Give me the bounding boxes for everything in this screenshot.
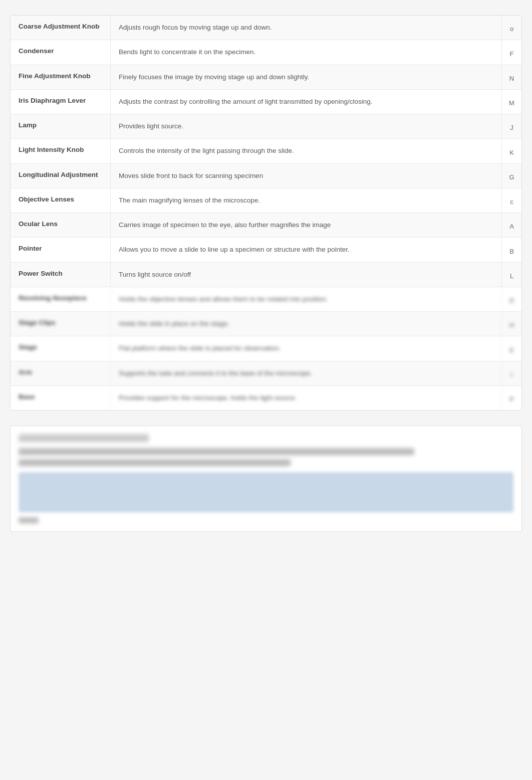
part-code: F — [501, 40, 521, 64]
table-row: BaseProvides support for the microscope,… — [11, 386, 521, 410]
part-code: c — [501, 188, 521, 213]
table-row: StageFlat platform where the slide is pl… — [11, 336, 521, 361]
table-row: Ocular LensCarries image of specimen to … — [11, 213, 521, 238]
part-description: Holds the slide in place on the stage. — [111, 312, 501, 336]
part-name: Longitudinal Adjustment — [11, 164, 111, 188]
part-description: Adjusts rough focus by moving stage up a… — [111, 16, 501, 40]
table-row: Stage ClipsHolds the slide in place on t… — [11, 312, 521, 336]
part-description: Flat platform where the slide is placed … — [111, 336, 501, 360]
part-code: A — [501, 213, 521, 237]
table-row: Coarse Adjustment KnobAdjusts rough focu… — [11, 16, 521, 40]
part-description: Holds the objective lenses and allows th… — [111, 287, 501, 311]
question-desc — [19, 448, 414, 455]
part-description: Provides light source. — [111, 114, 501, 138]
part-description: Finely focuses the image by moving stage… — [111, 65, 501, 89]
question-sub — [19, 459, 291, 466]
part-description: Controls the intensity of the light pass… — [111, 139, 501, 163]
question-section — [10, 426, 522, 532]
part-name: Lamp — [11, 114, 111, 138]
part-name: Iris Diaphragm Lever — [11, 90, 111, 114]
table-row: Objective LensesThe main magnifying lens… — [11, 188, 521, 213]
part-description: Carries image of specimen to the eye, al… — [111, 213, 501, 237]
part-name: Base — [11, 386, 111, 410]
part-name: Revolving Nosepiece — [11, 287, 111, 311]
table-row: CondenserBends light to concentrate it o… — [11, 40, 521, 65]
question-title — [19, 434, 149, 442]
table-row: Light Intensity KnobControls the intensi… — [11, 139, 521, 163]
microscope-image — [19, 472, 513, 512]
question-footer — [19, 517, 39, 523]
part-name: Stage — [11, 336, 111, 360]
table-row: Fine Adjustment KnobFinely focuses the i… — [11, 65, 521, 90]
part-description: Allows you to move a slide to line up a … — [111, 238, 501, 262]
part-description: Turns light source on/off — [111, 263, 501, 287]
table-row: LampProvides light source.J — [11, 114, 521, 139]
part-description: Moves slide front to back for scanning s… — [111, 164, 501, 188]
part-description: Adjusts the contrast by controlling the … — [111, 90, 501, 114]
part-name: Ocular Lens — [11, 213, 111, 237]
part-name: Power Switch — [11, 263, 111, 287]
table-row: Iris Diaphragm LeverAdjusts the contrast… — [11, 90, 521, 114]
part-code: J — [501, 114, 521, 138]
part-code: I — [501, 361, 521, 385]
part-name: Objective Lenses — [11, 188, 111, 213]
part-name: Stage Clips — [11, 312, 111, 336]
part-name: Fine Adjustment Knob — [11, 65, 111, 89]
part-code: B — [501, 238, 521, 262]
part-name: Coarse Adjustment Knob — [11, 16, 111, 40]
part-description: Supports the tube and connects it to the… — [111, 361, 501, 385]
part-name: Light Intensity Knob — [11, 139, 111, 163]
part-code: o — [501, 16, 521, 40]
part-code: N — [501, 65, 521, 89]
part-code: D — [501, 287, 521, 311]
table-row: Longitudinal AdjustmentMoves slide front… — [11, 164, 521, 188]
table-row: PointerAllows you to move a slide to lin… — [11, 238, 521, 262]
part-code: G — [501, 164, 521, 188]
part-description: Bends light to concentrate it on the spe… — [111, 40, 501, 64]
part-code: H — [501, 312, 521, 336]
part-code: M — [501, 90, 521, 114]
table-row: Power SwitchTurns light source on/offL — [11, 263, 521, 287]
part-name: Pointer — [11, 238, 111, 262]
part-name: Condenser — [11, 40, 111, 64]
part-code: K — [501, 139, 521, 163]
part-code: E — [501, 336, 521, 360]
table-row: ArmSupports the tube and connects it to … — [11, 361, 521, 386]
microscope-parts-table: Coarse Adjustment KnobAdjusts rough focu… — [10, 15, 522, 411]
part-name: Arm — [11, 361, 111, 385]
part-code: L — [501, 263, 521, 287]
table-row: Revolving NosepieceHolds the objective l… — [11, 287, 521, 312]
part-code: P — [501, 386, 521, 410]
part-description: Provides support for the microscope, hol… — [111, 386, 501, 410]
part-description: The main magnifying lenses of the micros… — [111, 188, 501, 213]
